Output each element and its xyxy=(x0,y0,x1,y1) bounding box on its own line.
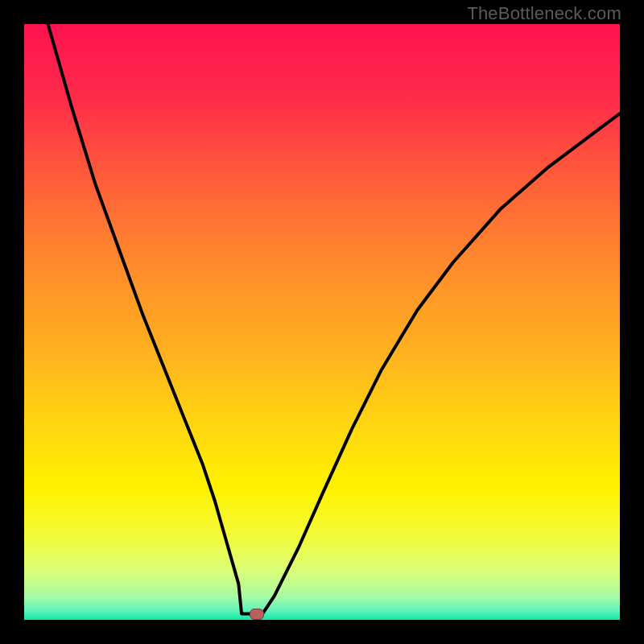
chart-svg xyxy=(24,24,620,620)
watermark-text: TheBottleneck.com xyxy=(467,3,621,24)
plot-area xyxy=(24,24,620,620)
chart-frame: TheBottleneck.com xyxy=(0,0,644,644)
optimal-point-marker xyxy=(250,609,264,620)
gradient-background xyxy=(24,24,620,620)
